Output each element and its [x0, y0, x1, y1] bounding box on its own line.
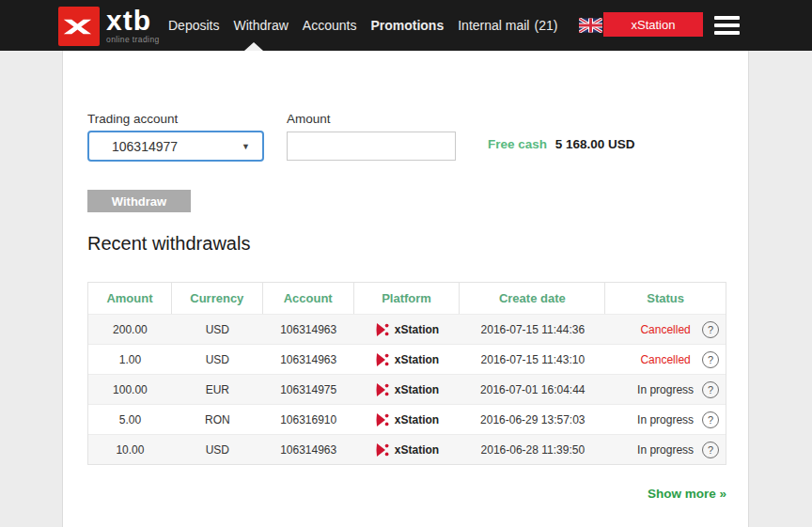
cell-status: In progress?: [605, 405, 726, 434]
platform-label: xStation: [395, 413, 439, 426]
cell-currency: RON: [172, 405, 263, 434]
xstation-icon: [375, 382, 389, 397]
internal-mail-count: (21): [534, 18, 557, 33]
withdrawals-table-body: 200.00USD106314963xStation2016-07-15 11:…: [88, 314, 726, 464]
xstation-icon: [375, 352, 389, 367]
nav-item-promotions[interactable]: Promotions: [370, 18, 444, 33]
xtb-logo-mark: [63, 14, 95, 39]
header-create-date: Create date: [460, 283, 605, 314]
logo-text[interactable]: xtb online trading: [106, 8, 160, 44]
free-cash-label: Free cash: [488, 137, 547, 151]
cell-platform: xStation: [354, 435, 461, 464]
withdraw-button[interactable]: Withdraw: [87, 190, 191, 212]
cell-create-date: 2016-07-01 16:04:44: [460, 375, 605, 404]
xstation-button[interactable]: xStation: [603, 12, 703, 37]
uk-flag-svg: [579, 18, 602, 33]
nav-item-accounts[interactable]: Accounts: [303, 18, 357, 33]
cell-account: 106314975: [263, 375, 354, 404]
status-badge: In progress: [637, 443, 694, 457]
active-tab-indicator: [244, 42, 263, 51]
page-title: Recent withdrawals: [87, 233, 250, 255]
xstation-icon: [375, 412, 389, 427]
trading-account-label: Trading account: [87, 112, 178, 126]
status-badge: Cancelled: [640, 353, 690, 366]
cell-platform: xStation: [354, 405, 461, 434]
cell-create-date: 2016-06-28 11:39:50: [460, 435, 605, 464]
help-icon[interactable]: ?: [702, 381, 719, 398]
hamburger-menu-icon[interactable]: [714, 16, 740, 39]
platform-label: xStation: [395, 443, 439, 457]
nav-item-withdraw[interactable]: Withdraw: [233, 18, 288, 33]
status-badge: Cancelled: [640, 323, 690, 336]
xstation-icon: [375, 442, 389, 457]
cell-amount: 10.00: [88, 435, 172, 464]
content-panel: Trading account 106314977 ▼ Amount Free …: [62, 51, 749, 527]
cell-create-date: 2016-07-15 11:44:36: [460, 315, 605, 344]
help-icon[interactable]: ?: [702, 351, 719, 368]
header-status: Status: [605, 283, 726, 314]
nav-menu: DepositsWithdrawAccountsPromotions Inter…: [168, 0, 634, 51]
logo-tagline: online trading: [106, 35, 160, 44]
cell-amount: 200.00: [88, 315, 172, 344]
cell-status: Cancelled?: [605, 315, 726, 344]
status-badge: In progress: [637, 413, 694, 426]
cell-platform: xStation: [354, 345, 461, 374]
cell-platform: xStation: [354, 315, 461, 344]
trading-account-select[interactable]: 106314977 ▼: [87, 131, 264, 162]
uk-flag-icon[interactable]: [579, 18, 602, 33]
platform-label: xStation: [395, 353, 439, 366]
platform-label: xStation: [395, 383, 439, 396]
cell-create-date: 2016-07-15 11:43:10: [460, 345, 605, 374]
cell-currency: USD: [172, 435, 263, 464]
table-row: 200.00USD106314963xStation2016-07-15 11:…: [88, 314, 726, 344]
table-row: 10.00USD106314963xStation2016-06-28 11:3…: [88, 434, 726, 464]
trading-account-value: 106314977: [89, 139, 178, 154]
header-currency: Currency: [172, 283, 263, 314]
logo-wordmark: xtb: [106, 8, 160, 34]
show-more-row: Show more »: [87, 485, 726, 502]
header-account: Account: [263, 283, 354, 314]
header-platform: Platform: [354, 283, 461, 314]
cell-status: In progress?: [605, 375, 726, 404]
free-cash: Free cash 5 168.00 USD: [488, 137, 635, 151]
table-header-row: Amount Currency Account Platform Create …: [88, 283, 726, 314]
table-row: 5.00RON106316910xStation2016-06-29 13:57…: [88, 404, 726, 434]
cell-status: Cancelled?: [605, 345, 726, 374]
show-more-link[interactable]: Show more »: [648, 487, 726, 501]
free-cash-value: 5 168.00 USD: [555, 137, 635, 151]
cell-currency: EUR: [172, 375, 263, 404]
cell-account: 106314963: [263, 345, 354, 374]
help-icon[interactable]: ?: [702, 442, 719, 458]
top-nav: xtb online trading DepositsWithdrawAccou…: [0, 0, 812, 51]
cell-account: 106316910: [263, 405, 354, 434]
cell-currency: USD: [172, 345, 263, 374]
cell-amount: 100.00: [88, 375, 172, 404]
amount-label: Amount: [287, 112, 331, 126]
select-caret-icon: ▼: [242, 142, 250, 151]
cell-create-date: 2016-06-29 13:57:03: [460, 405, 605, 434]
nav-item-deposits[interactable]: Deposits: [168, 18, 219, 33]
xtb-logo-icon[interactable]: [58, 7, 100, 46]
cell-account: 106314963: [263, 315, 354, 344]
withdrawals-table: Amount Currency Account Platform Create …: [87, 282, 726, 465]
xstation-icon: [375, 322, 389, 337]
cell-platform: xStation: [354, 375, 461, 404]
cell-status: In progress?: [605, 435, 726, 464]
platform-label: xStation: [395, 323, 439, 336]
table-row: 1.00USD106314963xStation2016-07-15 11:43…: [88, 344, 726, 374]
amount-input[interactable]: [287, 132, 456, 161]
internal-mail-label: Internal mail: [458, 18, 529, 33]
header-amount: Amount: [88, 283, 172, 314]
cell-amount: 1.00: [88, 345, 172, 374]
cell-amount: 5.00: [88, 405, 172, 434]
nav-item-internal-mail[interactable]: Internal mail (21): [458, 18, 557, 33]
help-icon[interactable]: ?: [702, 411, 719, 428]
status-badge: In progress: [637, 383, 694, 396]
table-row: 100.00EUR106314975xStation2016-07-01 16:…: [88, 374, 726, 404]
help-icon[interactable]: ?: [702, 321, 719, 338]
cell-currency: USD: [172, 315, 263, 344]
cell-account: 106314963: [263, 435, 354, 464]
